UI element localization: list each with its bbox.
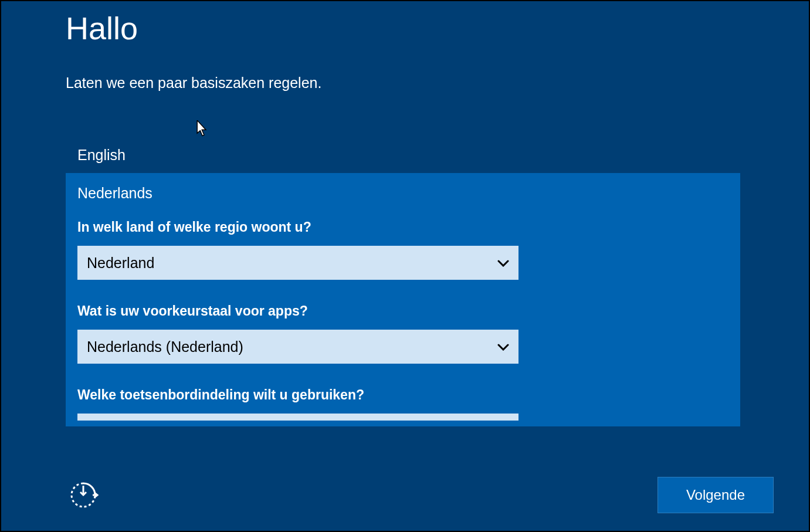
chevron-down-icon <box>497 340 509 354</box>
keyboard-label: Welke toetsenbordindeling wilt u gebruik… <box>77 387 728 403</box>
page-subtitle: Laten we een paar basiszaken regelen. <box>66 74 809 92</box>
country-dropdown-value: Nederland <box>87 255 154 272</box>
selected-language-panel: Nederlands In welk land of welke regio w… <box>66 173 740 426</box>
app-language-dropdown-value: Nederlands (Nederland) <box>87 338 243 355</box>
app-language-dropdown[interactable]: Nederlands (Nederland) <box>77 330 518 364</box>
app-language-field-group: Wat is uw voorkeurstaal voor apps? Neder… <box>77 303 728 364</box>
keyboard-field-group: Welke toetsenbordindeling wilt u gebruik… <box>77 387 728 421</box>
app-language-label: Wat is uw voorkeurstaal voor apps? <box>77 303 728 319</box>
accessibility-button[interactable] <box>66 477 101 513</box>
next-button[interactable]: Volgende <box>658 477 774 513</box>
country-label: In welk land of welke regio woont u? <box>77 219 728 235</box>
language-list: English Nederlands In welk land of welke… <box>66 137 740 426</box>
footer: Volgende <box>1 477 809 513</box>
country-dropdown[interactable]: Nederland <box>77 246 518 280</box>
page-title: Hallo <box>66 10 809 46</box>
keyboard-dropdown[interactable] <box>77 414 518 421</box>
language-option-english[interactable]: English <box>66 137 740 173</box>
country-field-group: In welk land of welke regio woont u? Ned… <box>77 219 728 280</box>
cursor-icon <box>196 120 208 139</box>
language-option-nederlands[interactable]: Nederlands <box>77 185 728 202</box>
chevron-down-icon <box>497 256 509 270</box>
accessibility-icon <box>67 479 100 511</box>
